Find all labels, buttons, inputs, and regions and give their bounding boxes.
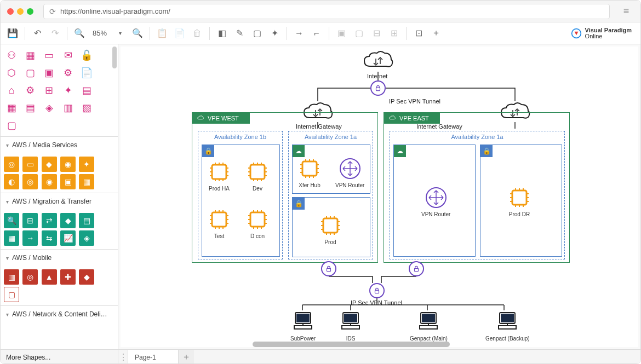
shape-icon[interactable]: ◆ — [42, 157, 57, 172]
shape-icon[interactable]: ✦ — [79, 157, 94, 172]
shape-icon[interactable]: ▭ — [42, 48, 57, 63]
shape-icon[interactable]: ▤ — [79, 83, 94, 98]
node-dcon[interactable]: D con — [246, 208, 269, 239]
connector-button[interactable]: → — [291, 26, 307, 41]
align-button[interactable]: ⊟ — [369, 26, 384, 41]
shape-icon[interactable]: ⚇ — [4, 48, 19, 63]
waypoint-button[interactable]: ⌐ — [309, 26, 324, 41]
close-window-icon[interactable] — [7, 8, 14, 15]
accordion-mobile[interactable]: ▾AWS / Mobile — [1, 249, 118, 266]
shape-icon[interactable]: → — [22, 230, 38, 246]
shape-icon[interactable]: ◐ — [4, 174, 19, 189]
diagram[interactable]: Internet IP Sec VPN Tunnel Internet Gate… — [121, 47, 638, 347]
save-button[interactable]: 💾 — [5, 26, 20, 41]
style-button[interactable]: ✦ — [267, 26, 282, 41]
shape-icon[interactable]: ▥ — [60, 100, 76, 115]
zoom-out-button[interactable]: 🔍 — [72, 26, 87, 41]
shape-icon[interactable]: ▢ — [22, 65, 38, 80]
shape-icon[interactable]: ▥ — [4, 269, 19, 285]
subnet-east-public[interactable]: ☁ VPN Router — [393, 145, 476, 257]
server-subpower[interactable]: SubPower — [290, 309, 316, 342]
subnet-1b[interactable]: 🔒 Prod HA Dev Test — [202, 145, 280, 257]
shape-icon[interactable]: ▭ — [22, 157, 38, 172]
shape-icon[interactable]: ◉ — [60, 157, 76, 172]
undo-button[interactable]: ↶ — [30, 26, 45, 41]
shape-icon[interactable]: ◎ — [22, 269, 38, 285]
shape-icon[interactable]: ▦ — [79, 174, 94, 189]
page-tab-1[interactable]: Page-1 — [128, 350, 179, 364]
fit-button[interactable]: ⊡ — [411, 26, 426, 41]
accordion-network[interactable]: ▾AWS / Network & Content Deli… — [1, 305, 118, 322]
shape-icon[interactable]: 🔓 — [79, 48, 94, 63]
add-page-button[interactable]: ＋ — [179, 350, 194, 364]
shape-icon[interactable]: ⚙ — [60, 65, 76, 80]
tab-handle-icon[interactable]: ⋮ — [118, 350, 128, 364]
shape-icon[interactable]: ◈ — [42, 100, 57, 115]
shape-icon[interactable]: ⊟ — [22, 213, 38, 228]
shape-icon[interactable]: ⌂ — [4, 83, 19, 98]
more-shapes-button[interactable]: More Shapes... — [1, 350, 118, 364]
shape-icon[interactable]: ▤ — [79, 213, 94, 228]
vpe-west-container[interactable]: VPE WEST Availability Zone 1b 🔒 Prod HA — [192, 112, 378, 263]
shape-icon[interactable]: 📈 — [60, 230, 76, 246]
ipsec-lock-top-icon[interactable] — [370, 80, 386, 96]
shape-icon[interactable]: ▣ — [60, 174, 76, 189]
az-1a-east[interactable]: Availability Zone 1a ☁ VPN Router 🔒 — [390, 131, 565, 259]
maximize-window-icon[interactable] — [27, 8, 33, 15]
shape-icon[interactable]: ▦ — [4, 230, 19, 246]
zoom-dropdown[interactable]: ▾ — [112, 26, 128, 41]
canvas-area[interactable]: Internet IP Sec VPN Tunnel Internet Gate… — [118, 44, 640, 349]
accordion-media-services[interactable]: ▾AWS / Media Services — [1, 136, 118, 153]
server-genpact-backup[interactable]: Genpact (Backup) — [485, 309, 530, 342]
shape-icon[interactable]: ◆ — [60, 213, 76, 228]
node-prod-ha[interactable]: Prod HA — [208, 160, 231, 192]
redo-button[interactable]: ↷ — [47, 26, 62, 41]
node-test[interactable]: Test — [208, 208, 231, 239]
shape-icon[interactable]: ◎ — [4, 157, 19, 172]
shape-icon[interactable]: 🔍 — [4, 213, 19, 228]
az-1b[interactable]: Availability Zone 1b 🔒 Prod HA Dev — [198, 131, 283, 259]
zoom-value[interactable]: 85% — [89, 29, 110, 37]
shape-icon[interactable]: ⚙ — [22, 83, 38, 98]
shadow-button[interactable]: ▢ — [249, 26, 265, 41]
node-prod-dr[interactable]: Prod DR — [508, 186, 531, 217]
copy-button[interactable]: 📋 — [154, 26, 170, 41]
node-prod[interactable]: Prod — [319, 214, 342, 245]
url-input[interactable] — [60, 7, 604, 15]
west-lock-icon[interactable] — [321, 261, 336, 276]
url-bar[interactable]: ⟳ — [43, 4, 610, 19]
shape-icon[interactable]: ▧ — [79, 100, 94, 115]
subnet-1a-public[interactable]: ☁ Xfer Hub VPN Router — [292, 145, 370, 194]
shape-icon[interactable]: ⇄ — [42, 213, 57, 228]
shape-icon[interactable]: 📄 — [79, 65, 94, 80]
shape-icon[interactable]: ▣ — [42, 65, 57, 80]
shape-icon[interactable]: ▲ — [42, 269, 57, 285]
subnet-east-private[interactable]: 🔒 Prod DR — [480, 145, 562, 257]
server-genpact-main[interactable]: Genpact (Main) — [410, 309, 448, 342]
browser-menu-icon[interactable]: ≡ — [619, 4, 634, 19]
shape-icon[interactable]: ⊞ — [42, 83, 57, 98]
delete-button[interactable]: 🗑 — [190, 26, 205, 41]
reload-icon[interactable]: ⟳ — [49, 7, 56, 16]
shape-icon[interactable]: ✉ — [60, 48, 76, 63]
shape-icon[interactable]: ◆ — [79, 269, 94, 285]
shape-icon[interactable]: ◉ — [42, 174, 57, 189]
shape-icon[interactable]: ◈ — [79, 230, 94, 246]
back-button[interactable]: ▢ — [351, 26, 367, 41]
distribute-button[interactable]: ⊞ — [386, 26, 402, 41]
fill-button[interactable]: ◧ — [214, 26, 230, 41]
shape-icon[interactable]: ▢ — [4, 287, 19, 302]
az-1a-west[interactable]: Availability Zone 1a ☁ Xfer Hub VPN Rout… — [288, 131, 373, 259]
shape-icon[interactable]: ⇆ — [42, 230, 57, 246]
zoom-in-button[interactable]: 🔍 — [130, 26, 145, 41]
node-dev[interactable]: Dev — [246, 160, 269, 192]
server-ids[interactable]: IDS — [339, 309, 363, 342]
add-button[interactable]: ＋ — [428, 26, 444, 41]
node-vpn-router-east[interactable]: VPN Router — [421, 186, 450, 217]
east-lock-icon[interactable] — [409, 261, 424, 276]
stroke-button[interactable]: ✎ — [232, 26, 247, 41]
shape-icon[interactable]: ⬡ — [4, 65, 19, 80]
shape-icon[interactable]: ▢ — [4, 118, 19, 133]
accordion-migration[interactable]: ▾AWS / Migration & Transfer — [1, 193, 118, 210]
shape-icon[interactable]: ✚ — [60, 269, 76, 285]
